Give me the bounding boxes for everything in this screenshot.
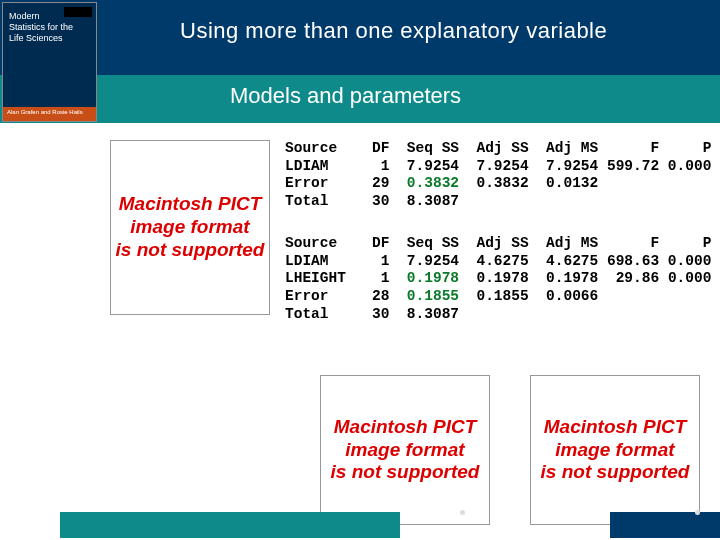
placeholder-line: image format (321, 439, 489, 462)
placeholder-line: Macintosh PICT (531, 416, 699, 439)
placeholder-line: Macintosh PICT (111, 193, 269, 216)
placeholder-line: image format (111, 216, 269, 239)
placeholder-line: is not supported (321, 461, 489, 484)
placeholder-line: is not supported (531, 461, 699, 484)
anova-table-1: Source DF Seq SS Adj SS Adj MS F P LDIAM… (285, 140, 711, 211)
footer-bar-navy (610, 512, 720, 538)
page-subtitle: Models and parameters (230, 83, 461, 109)
anova-table-2: Source DF Seq SS Adj SS Adj MS F P LDIAM… (285, 235, 711, 323)
placeholder-line: is not supported (111, 239, 269, 262)
book-cover: Modern Statistics for the Life Sciences … (2, 2, 97, 122)
page-title: Using more than one explanatory variable (180, 18, 710, 44)
placeholder-line: image format (531, 439, 699, 462)
oxford-logo (64, 7, 92, 17)
cover-authors: Alan Grafen and Rosie Hails (3, 107, 96, 121)
pict-placeholder: Macintosh PICT image format is not suppo… (110, 140, 270, 315)
footer-dot (695, 510, 700, 515)
footer-bar-teal (60, 512, 400, 538)
placeholder-line: Macintosh PICT (321, 416, 489, 439)
pict-placeholder: Macintosh PICT image format is not suppo… (320, 375, 490, 525)
cover-line: Life Sciences (9, 33, 90, 44)
cover-line: Statistics for the (9, 22, 90, 33)
footer-dot (460, 510, 465, 515)
pict-placeholder: Macintosh PICT image format is not suppo… (530, 375, 700, 525)
